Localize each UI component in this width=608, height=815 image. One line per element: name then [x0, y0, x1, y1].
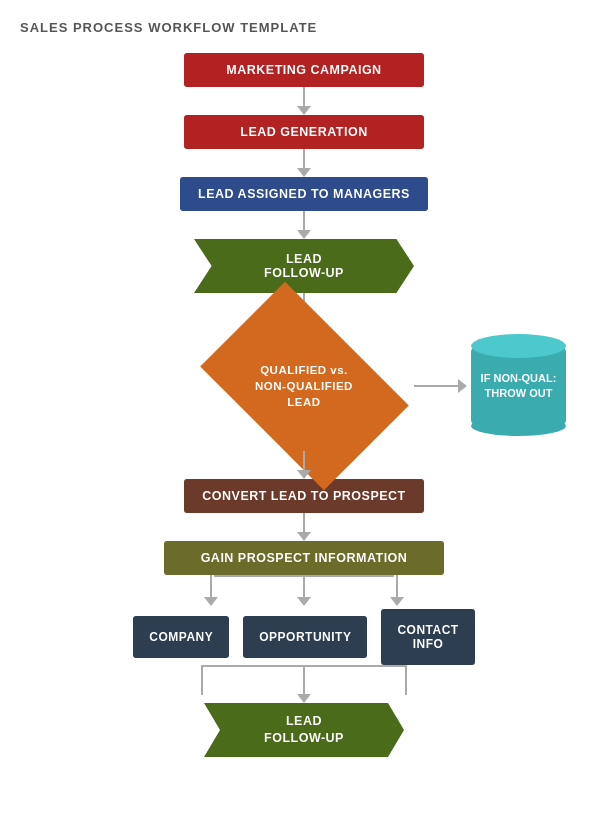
lead-generation-box: LEAD GENERATION [184, 115, 424, 149]
arrow-5 [294, 451, 314, 479]
convert-lead-box: CONVERT LEAD TO PROSPECT [184, 479, 424, 513]
merge-line-left [201, 667, 203, 695]
qualified-row: QUALIFIED vs. NON-QUALIFIED LEAD IF NON-… [10, 321, 598, 451]
split-arrow-left [204, 575, 218, 609]
flowchart: MARKETING CAMPAIGN LEAD GENERATION LEAD … [10, 53, 598, 757]
cylinder-container: IF NON-QUAL: THROW OUT [471, 346, 566, 426]
three-boxes-row: COMPANY OPPORTUNITY CONTACT INFO [133, 609, 474, 665]
merge-line-right [405, 667, 407, 695]
merge-line-mid [303, 667, 305, 697]
arrow-3 [294, 211, 314, 239]
lead-followup-2-box: LEAD FOLLOW-UP [204, 703, 404, 757]
arrow-2 [294, 149, 314, 177]
gain-prospect-box: GAIN PROSPECT INFORMATION [164, 541, 444, 575]
split-arrow-mid [297, 575, 311, 609]
qualified-label: QUALIFIED vs. NON-QUALIFIED LEAD [255, 362, 353, 410]
arrow-1 [294, 87, 314, 115]
merge-arrows [154, 665, 454, 703]
lead-assigned-box: LEAD ASSIGNED TO MANAGERS [180, 177, 428, 211]
company-box: COMPANY [133, 616, 229, 658]
marketing-campaign-box: MARKETING CAMPAIGN [184, 53, 424, 87]
contact-info-box: CONTACT INFO [381, 609, 474, 665]
qualified-diamond: QUALIFIED vs. NON-QUALIFIED LEAD [204, 321, 404, 451]
if-nonqual-label: IF NON-QUAL: THROW OUT [477, 367, 561, 405]
lead-followup-1-box: LEAD FOLLOW-UP [194, 239, 414, 293]
page-title: SALES PROCESS WORKFLOW TEMPLATE [20, 20, 598, 35]
split-arrows [164, 575, 444, 609]
arrow-6 [294, 513, 314, 541]
cylinder-shape: IF NON-QUAL: THROW OUT [471, 346, 566, 426]
split-arrow-right [390, 575, 404, 609]
side-arrow-head [458, 379, 467, 393]
opportunity-box: OPPORTUNITY [243, 616, 367, 658]
side-arrow-line [414, 385, 458, 387]
